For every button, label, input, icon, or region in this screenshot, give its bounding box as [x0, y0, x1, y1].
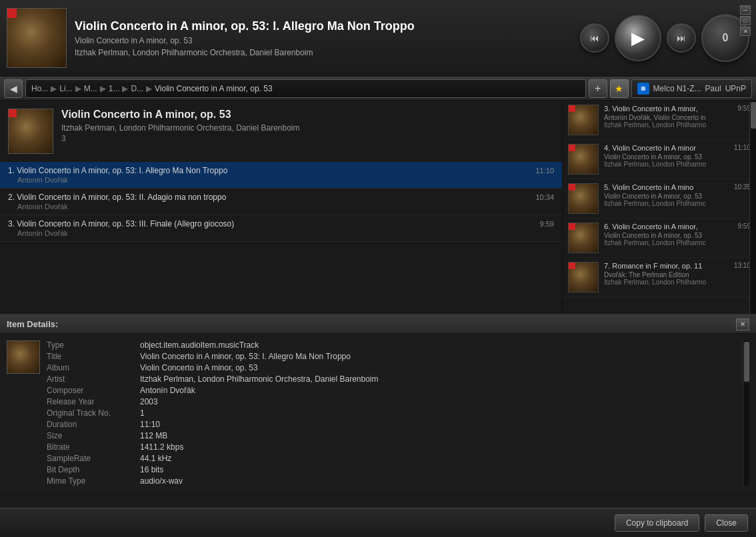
details-field-label: Original Track No. [47, 408, 140, 418]
queue-info: 4. Violin Concerto in A minor Violin Con… [604, 144, 729, 168]
queue-track-artist: Itzhak Perlman, London Philharmo [604, 161, 729, 168]
close-button[interactable]: ✕ [740, 27, 751, 36]
track-item[interactable]: 3. Violin Concerto in A minor, op. 53: I… [0, 215, 562, 242]
details-field-value: 44.1 kHz [140, 454, 736, 463]
player-track-title: Violin Concerto in A minor, op. 53: I. A… [75, 19, 580, 33]
queue-track-subtitle: Violin Concerto in A minor, op. 53 [604, 193, 729, 200]
album-info: Violin Concerto in A minor, op. 53 Itzha… [61, 109, 554, 154]
queue-track-title: 5. Violin Concerto in A mino [604, 183, 729, 191]
breadcrumb-item-4[interactable]: 1... [109, 84, 120, 93]
track-duration: 11:10 [535, 167, 554, 175]
details-row: Size 112 MB [47, 431, 736, 440]
breadcrumb-item-1[interactable]: Ho... [31, 84, 48, 93]
queue-scroll[interactable]: 3. Violin Concerto in A minor, Antonín D… [563, 101, 756, 314]
breadcrumb-item-2[interactable]: Li... [59, 84, 72, 93]
user-name: Paul [705, 84, 721, 93]
player-album-art [7, 8, 67, 68]
queue-scrollbar-thumb [751, 102, 756, 129]
track-list: 1. Violin Concerto in A minor, op. 53: I… [0, 162, 562, 242]
player-controls: ⏮ ▶ ⏭ [580, 15, 696, 61]
breadcrumb-item-3[interactable]: M... [84, 84, 97, 93]
prev-track-button[interactable]: ⏮ [580, 23, 609, 53]
queue-info: 6. Violin Concerto in A minor, Violin Co… [604, 223, 733, 247]
details-field-value: Violin Concerto in A minor, op. 53: I. A… [140, 352, 736, 361]
star-button[interactable]: ★ [610, 79, 629, 98]
track-item[interactable]: 1. Violin Concerto in A minor, op. 53: I… [0, 162, 562, 189]
album-artist: Itzhak Perlman, London Philharmonic Orch… [61, 123, 554, 133]
details-field-label: Size [47, 431, 140, 440]
queue-scrollbar[interactable] [749, 101, 756, 314]
player-track-subtitle: Violin Concerto in A minor, op. 53 [75, 36, 580, 45]
queue-track-subtitle: Antonín Dvořák, Violin Concerto in [604, 114, 733, 121]
play-button[interactable]: ▶ [615, 15, 661, 61]
details-body: Type object.item.audioItem.musicTrack Ti… [0, 334, 756, 492]
queue-item[interactable]: 6. Violin Concerto in A minor, Violin Co… [563, 219, 756, 258]
breadcrumb-item-5[interactable]: D... [131, 84, 143, 93]
maximize-button[interactable]: □ [740, 16, 751, 25]
queue-track-artist: Itzhak Perlman, London Philharmc [604, 239, 733, 247]
details-field-label: Release Year [47, 397, 140, 406]
details-field-value: 112 MB [140, 431, 736, 440]
server-name: Melco N1-Z... [653, 84, 701, 93]
details-field-label: Album [47, 363, 140, 372]
details-scrollbar[interactable] [743, 340, 749, 486]
details-field-value: Antonín Dvořák [140, 386, 736, 395]
server-icon: ▦ [637, 83, 649, 95]
queue-thumb [568, 144, 599, 175]
track-title: 1. Violin Concerto in A minor, op. 53: I… [8, 166, 227, 175]
queue-item[interactable]: 3. Violin Concerto in A minor, Antonín D… [563, 101, 756, 140]
details-row: Artist Itzhak Perlman, London Philharmon… [47, 374, 736, 384]
breadcrumb: Ho... ▶ Li... ▶ M... ▶ 1... ▶ D... ▶ Vio… [25, 79, 586, 98]
next-track-button[interactable]: ⏭ [667, 23, 696, 53]
track-title: 3. Violin Concerto in A minor, op. 53: I… [8, 219, 234, 229]
album-panel: Violin Concerto in A minor, op. 53 Itzha… [0, 101, 563, 314]
details-close-button[interactable]: ✕ [736, 318, 749, 330]
queue-item[interactable]: 5. Violin Concerto in A mino Violin Conc… [563, 179, 756, 219]
protocol-label: UPnP [725, 84, 746, 93]
queue-art-badge [569, 145, 575, 151]
queue-track-subtitle: Violin Concerto in A minor, op. 53 [604, 153, 729, 161]
close-details-button[interactable]: Close [705, 514, 748, 532]
details-field-label: Type [47, 340, 140, 350]
back-button[interactable]: ◀ [4, 79, 23, 98]
queue-art-badge [569, 263, 575, 269]
track-item[interactable]: 2. Violin Concerto in A minor, op. 53: I… [0, 189, 562, 215]
details-row: Type object.item.audioItem.musicTrack [47, 340, 736, 350]
player-track-artist: Itzhak Perlman, London Philharmonic Orch… [75, 48, 580, 57]
details-field-label: Title [47, 352, 140, 361]
details-scrollbar-thumb [744, 342, 749, 382]
navigation-bar: ◀ Ho... ▶ Li... ▶ M... ▶ 1... ▶ D... ▶ V… [0, 77, 756, 101]
minimize-button[interactable]: ─ [740, 5, 751, 15]
track-title: 2. Violin Concerto in A minor, op. 53: I… [8, 193, 226, 202]
track-composer: Antonín Dvořák [8, 176, 554, 184]
queue-track-artist: Itzhak Perlman, London Philharmo [604, 121, 733, 129]
queue-track-subtitle: Dvořák: The Perlman Edition [604, 271, 729, 278]
copy-to-clipboard-button[interactable]: Copy to clipboard [615, 514, 699, 532]
album-art-badge [9, 109, 17, 117]
album-track-count: 3 [61, 134, 554, 143]
details-row: Release Year 2003 [47, 397, 736, 406]
details-row: Title Violin Concerto in A minor, op. 53… [47, 352, 736, 361]
queue-item[interactable]: 7. Romance in F minor, op. 11 Dvořák: Th… [563, 258, 756, 297]
details-row: Duration 11:10 [47, 420, 736, 429]
queue-track-duration: 13:10 [734, 262, 751, 269]
details-field-label: Composer [47, 386, 140, 395]
queue-info: 5. Violin Concerto in A mino Violin Conc… [604, 183, 729, 207]
queue-thumb [568, 223, 599, 253]
volume-value: 0 [723, 32, 729, 44]
details-table: Type object.item.audioItem.musicTrack Ti… [47, 340, 736, 486]
add-button[interactable]: + [589, 79, 607, 98]
details-field-label: Bitrate [47, 442, 140, 452]
track-duration: 10:34 [535, 193, 554, 201]
details-row: Original Track No. 1 [47, 408, 736, 418]
details-header: Item Details: ✕ [0, 315, 756, 334]
details-field-value: 2003 [140, 397, 736, 406]
details-title: Item Details: [7, 319, 58, 329]
queue-track-duration: 10:35 [734, 183, 751, 191]
server-info: ▦ Melco N1-Z... Paul UPnP [631, 79, 752, 98]
details-field-label: Duration [47, 420, 140, 429]
details-panel: Item Details: ✕ Type object.item.audioIt… [0, 314, 756, 492]
details-album-art [7, 340, 40, 374]
queue-item[interactable]: 4. Violin Concerto in A minor Violin Con… [563, 140, 756, 179]
details-row: Bitrate 1411.2 kbps [47, 442, 736, 452]
